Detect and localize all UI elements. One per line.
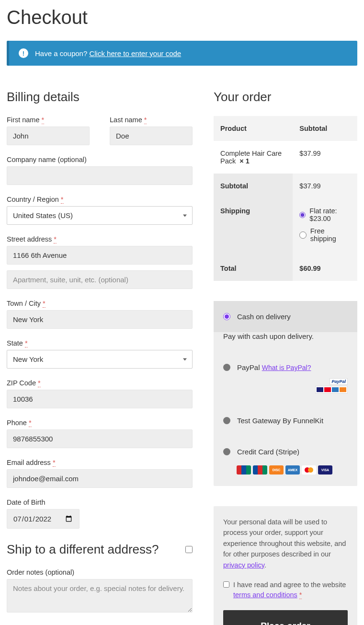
mastercard-icon xyxy=(302,465,316,475)
subtotal-value: $37.99 xyxy=(293,174,357,198)
phone-input[interactable] xyxy=(7,429,193,448)
last-name-label: Last name * xyxy=(110,116,193,124)
ship-different-heading: Ship to a different address? xyxy=(7,542,193,557)
phone-label: Phone * xyxy=(7,419,193,427)
item-name: Complete Hair Care Pack xyxy=(220,150,282,165)
payment-method-paypal[interactable]: PayPal What is PayPal? PayPal xyxy=(214,352,357,405)
order-review-table: Product Subtotal Complete Hair Care Pack… xyxy=(214,116,357,281)
privacy-policy-link[interactable]: privacy policy xyxy=(223,561,264,569)
item-subtotal: $37.99 xyxy=(293,141,357,174)
table-row: Complete Hair Care Pack × 1 $37.99 xyxy=(214,141,357,174)
zip-label: ZIP Code * xyxy=(7,379,193,387)
info-icon: ! xyxy=(19,48,28,58)
item-qty: × 1 xyxy=(239,157,250,165)
payment-method-stripe[interactable]: Credit Card (Stripe) DISC AMEX VISA xyxy=(214,436,357,486)
total-value: $60.99 xyxy=(299,265,320,272)
state-label: State * xyxy=(7,339,193,347)
total-label: Total xyxy=(214,256,293,281)
ship-different-checkbox[interactable] xyxy=(185,546,193,553)
amex-icon: AMEX xyxy=(285,465,300,475)
pm-label-stripe: Credit Card (Stripe) xyxy=(237,448,299,456)
pm-label-paypal: PayPal What is PayPal? xyxy=(237,363,311,371)
paypal-mark-icon: PayPal xyxy=(315,378,348,394)
country-label: Country / Region * xyxy=(7,196,193,203)
shipping-free-label: Free shipping xyxy=(310,227,351,243)
pm-label-funnelkit: Test Gateway By FunnelKit xyxy=(237,417,323,425)
shipping-radio-flat[interactable] xyxy=(299,211,306,219)
dob-label: Date of Birth xyxy=(7,498,193,506)
col-product: Product xyxy=(214,116,293,141)
email-label: Email address * xyxy=(7,459,193,466)
jcb-icon xyxy=(253,465,267,475)
street2-input[interactable] xyxy=(7,270,193,289)
pm-radio-cod[interactable] xyxy=(223,313,230,320)
shipping-label: Shipping xyxy=(214,198,293,256)
place-order-button[interactable]: Place order xyxy=(223,610,348,625)
first-name-label: First name * xyxy=(7,116,90,124)
pm-radio-paypal[interactable] xyxy=(223,364,230,371)
first-name-input[interactable] xyxy=(7,127,90,145)
pm-label-cod: Cash on delivery xyxy=(237,312,291,321)
payment-method-funnelkit[interactable]: Test Gateway By FunnelKit xyxy=(214,405,357,436)
city-input[interactable] xyxy=(7,310,193,329)
billing-heading: Billing details xyxy=(7,90,193,104)
paypal-help-link[interactable]: What is PayPal? xyxy=(262,364,311,371)
last-name-input[interactable] xyxy=(110,127,193,145)
discover-icon: DISC xyxy=(269,465,284,475)
terms-link[interactable]: terms and conditions xyxy=(233,591,297,599)
zip-input[interactable] xyxy=(7,390,193,408)
email-input[interactable] xyxy=(7,469,193,488)
pm-radio-stripe[interactable] xyxy=(223,448,230,455)
payment-methods: Cash on delivery Pay with cash upon deli… xyxy=(214,301,357,486)
state-select[interactable]: New York xyxy=(7,350,193,369)
pm-radio-funnelkit[interactable] xyxy=(223,417,230,424)
street1-input[interactable] xyxy=(7,246,193,265)
city-label: Town / City * xyxy=(7,300,193,307)
subtotal-label: Subtotal xyxy=(214,174,293,198)
col-subtotal: Subtotal xyxy=(293,116,357,141)
order-notes-textarea[interactable] xyxy=(7,579,193,613)
dob-input[interactable] xyxy=(7,509,80,529)
company-label: Company name (optional) xyxy=(7,156,193,163)
payment-method-cod[interactable]: Cash on delivery xyxy=(214,301,357,332)
pm-desc-cod: Pay with cash upon delivery. xyxy=(214,332,357,352)
terms-checkbox[interactable] xyxy=(223,581,229,588)
shipping-flat-label: Flat rate: $23.00 xyxy=(309,207,351,222)
visa-icon: VISA xyxy=(318,465,332,475)
terms-text: I have read and agree to the website ter… xyxy=(233,580,348,600)
coupon-notice: ! Have a coupon? Click here to enter you… xyxy=(7,41,357,66)
country-select[interactable]: United States (US) xyxy=(7,206,193,225)
coupon-text: Have a coupon? Click here to enter your … xyxy=(35,49,181,58)
street-label: Street address * xyxy=(7,235,193,243)
company-input[interactable] xyxy=(7,166,193,185)
unionpay-icon xyxy=(237,465,251,475)
coupon-prompt: Have a coupon? xyxy=(35,49,87,58)
page-title: Checkout xyxy=(7,7,357,28)
order-heading: Your order xyxy=(214,90,357,104)
privacy-terms-box: Your personal data will be used to proce… xyxy=(214,506,357,625)
coupon-link[interactable]: Click here to enter your code xyxy=(89,49,181,58)
order-notes-label: Order notes (optional) xyxy=(7,568,193,576)
privacy-text: Your personal data will be used to proce… xyxy=(223,517,348,570)
shipping-radio-free[interactable] xyxy=(299,231,306,239)
